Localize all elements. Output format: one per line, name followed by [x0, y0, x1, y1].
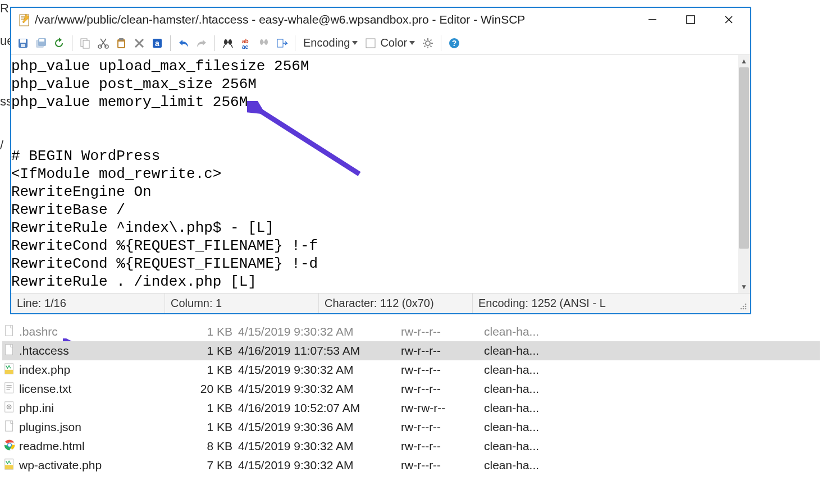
file-row[interactable]: index.php1 KB4/15/2019 9:30:32 AMrw-r--r…	[2, 360, 820, 379]
maximize-button[interactable]	[679, 11, 702, 29]
encoding-dropdown[interactable]: Encoding	[300, 36, 361, 49]
color-label: Color	[380, 36, 407, 49]
file-size: 1 KB	[199, 420, 238, 434]
goto-button[interactable]	[273, 35, 290, 52]
scroll-thumb[interactable]	[739, 67, 749, 249]
file-date: 4/15/2019 9:30:32 AM	[238, 382, 401, 396]
file-row[interactable]: wp-activate.php7 KB4/15/2019 9:30:32 AMr…	[2, 456, 820, 475]
select-all-button[interactable]: a	[149, 35, 166, 52]
svg-point-64	[8, 443, 11, 447]
editor-textarea[interactable]: php_value upload_max_filesize 256M php_v…	[11, 55, 738, 293]
file-permissions: rw-r--r--	[401, 420, 484, 434]
minimize-button[interactable]	[641, 11, 664, 29]
status-line: Line: 1/16	[11, 294, 165, 313]
file-icon	[3, 382, 16, 396]
cut-button[interactable]	[95, 35, 112, 52]
svg-point-30	[426, 41, 430, 45]
help-button[interactable]: ?	[446, 35, 463, 52]
file-permissions: rw-rw-r--	[401, 401, 484, 415]
file-name: .bashrc	[19, 325, 58, 338]
svg-rect-16	[119, 38, 124, 40]
statusbar: Line: 1/16 Column: 1 Character: 112 (0x7…	[11, 293, 750, 313]
file-size: 1 KB	[199, 325, 238, 338]
redo-button[interactable]	[193, 35, 210, 52]
reload-button[interactable]	[51, 35, 67, 52]
replace-button[interactable]: abac	[238, 35, 254, 52]
svg-point-42	[743, 306, 745, 308]
encoding-label: Encoding	[303, 36, 350, 49]
file-date: 4/16/2019 10:52:07 AM	[238, 401, 401, 415]
color-dropdown[interactable]: Color	[362, 36, 418, 49]
file-size: 1 KB	[199, 363, 238, 377]
file-date: 4/15/2019 9:30:32 AM	[238, 363, 401, 377]
file-date: 4/16/2019 11:07:53 AM	[238, 344, 401, 358]
file-name: php.ini	[19, 401, 54, 415]
file-name: .htaccess	[19, 344, 69, 358]
save-all-button[interactable]	[33, 35, 49, 52]
copy-button[interactable]	[77, 35, 94, 52]
svg-text:?: ?	[452, 39, 457, 48]
window-title: /var/www/public/clean-hamster/.htaccess …	[35, 13, 641, 26]
svg-rect-66	[5, 465, 13, 469]
file-owner: clean-ha...	[484, 325, 557, 338]
file-owner: clean-ha...	[484, 459, 557, 472]
settings-button[interactable]	[419, 35, 436, 52]
resize-grip-icon[interactable]	[738, 301, 748, 311]
svg-point-44	[741, 308, 742, 310]
file-row[interactable]: php.ini1 KB4/16/2019 10:52:07 AMrw-rw-r-…	[2, 398, 820, 418]
titlebar: /var/www/public/clean-hamster/.htaccess …	[11, 8, 750, 31]
file-icon	[3, 343, 16, 358]
scroll-up-icon[interactable]: ▲	[738, 55, 750, 67]
svg-text:a: a	[155, 39, 159, 48]
find-button[interactable]	[220, 35, 236, 52]
svg-point-13	[98, 45, 102, 48]
svg-rect-2	[687, 16, 695, 24]
file-size: 20 KB	[199, 382, 238, 396]
file-permissions: rw-r--r--	[401, 459, 484, 472]
file-size: 1 KB	[199, 344, 238, 358]
file-name: plugins.json	[19, 420, 81, 434]
close-button[interactable]	[718, 11, 740, 29]
file-icon	[3, 458, 16, 473]
svg-rect-6	[20, 39, 26, 43]
svg-point-46	[745, 308, 747, 310]
svg-rect-50	[6, 345, 13, 355]
paste-button[interactable]	[113, 35, 130, 52]
file-icon	[3, 420, 16, 434]
file-owner: clean-ha...	[484, 363, 557, 377]
file-name: readme.html	[19, 439, 85, 453]
editor-window: /var/www/public/clean-hamster/.htaccess …	[10, 7, 751, 314]
svg-text:ac: ac	[242, 44, 249, 49]
file-row[interactable]: readme.html8 KB4/15/2019 9:30:32 AMrw-r-…	[2, 437, 820, 456]
svg-rect-29	[366, 39, 375, 48]
file-date: 4/15/2019 9:30:36 AM	[238, 420, 401, 434]
file-owner: clean-ha...	[484, 382, 557, 396]
svg-rect-12	[83, 40, 89, 48]
svg-line-35	[424, 39, 426, 40]
file-name: license.txt	[19, 382, 71, 396]
scroll-down-icon[interactable]: ▼	[738, 281, 750, 293]
file-owner: clean-ha...	[484, 420, 557, 434]
file-row[interactable]: .bashrc1 KB4/15/2019 9:30:32 AMrw-r--r--…	[2, 322, 820, 341]
save-button[interactable]	[15, 35, 31, 52]
delete-button[interactable]	[131, 35, 148, 52]
file-owner: clean-ha...	[484, 401, 557, 415]
svg-line-37	[424, 45, 426, 47]
svg-rect-49	[6, 326, 13, 336]
svg-rect-7	[21, 44, 25, 47]
status-column: Column: 1	[165, 294, 319, 313]
file-row[interactable]: license.txt20 KB4/15/2019 9:30:32 AMrw-r…	[2, 379, 820, 398]
svg-point-43	[745, 306, 747, 308]
file-row[interactable]: .htaccess1 KB4/16/2019 11:07:53 AMrw-r--…	[2, 341, 820, 360]
file-permissions: rw-r--r--	[401, 325, 484, 338]
file-list: .bashrc1 KB4/15/2019 9:30:32 AMrw-r--r--…	[2, 322, 820, 475]
find-next-button[interactable]	[255, 35, 272, 52]
file-size: 7 KB	[199, 459, 238, 472]
file-icon	[3, 324, 16, 339]
file-permissions: rw-r--r--	[401, 344, 484, 358]
vertical-scrollbar[interactable]: ▲ ▼	[738, 55, 750, 293]
file-owner: clean-ha...	[484, 344, 557, 358]
file-row[interactable]: plugins.json1 KB4/15/2019 9:30:36 AMrw-r…	[2, 418, 820, 437]
file-size: 1 KB	[199, 401, 238, 415]
undo-button[interactable]	[175, 35, 192, 52]
